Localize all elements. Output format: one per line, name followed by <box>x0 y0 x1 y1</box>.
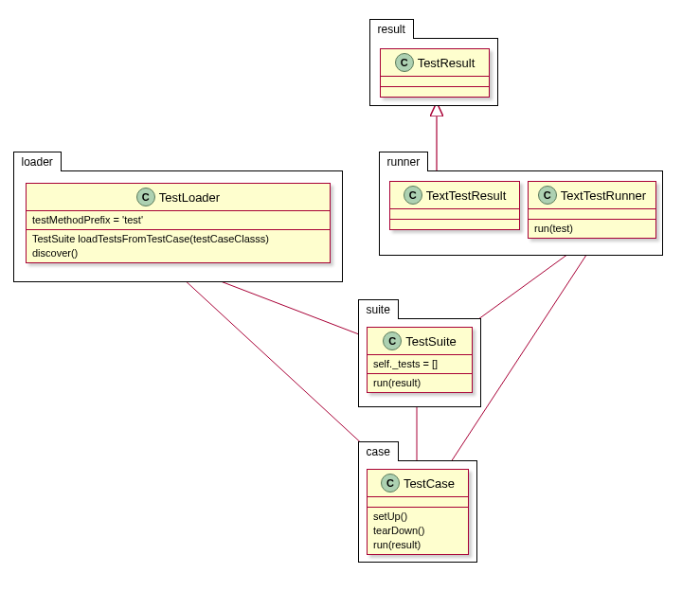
methods-TestLoader: TestSuite loadTestsFromTestCase(testCase… <box>27 230 330 262</box>
package-case: case C TestCase setUp() tearDown() run(r… <box>358 460 477 563</box>
method: run(result) <box>373 376 466 390</box>
class-icon: C <box>404 186 422 205</box>
class-name-TestLoader: TestLoader <box>159 190 220 205</box>
package-tab-suite: suite <box>358 299 399 319</box>
class-icon: C <box>383 331 402 350</box>
svg-line-1 <box>213 278 371 339</box>
package-tab-case: case <box>358 441 399 461</box>
method: run(result) <box>373 538 462 552</box>
package-runner: runner C TextTestResult C TextTestRunner… <box>379 170 663 256</box>
class-name-TestCase: TestCase <box>404 476 455 491</box>
class-icon: C <box>395 53 414 72</box>
methods-TestSuite: run(result) <box>368 374 472 392</box>
attr: testMethodPrefix = 'test' <box>32 213 324 227</box>
attrs-TestSuite: self._tests = [] <box>368 355 472 373</box>
method: setUp() <box>373 510 462 524</box>
class-TextTestRunner: C TextTestRunner run(test) <box>528 181 656 239</box>
attr: self._tests = [] <box>373 357 466 371</box>
package-loader: loader C TestLoader testMethodPrefix = '… <box>13 170 343 282</box>
class-icon: C <box>381 474 400 492</box>
class-TestSuite: C TestSuite self._tests = [] run(result) <box>367 327 473 393</box>
methods-TestCase: setUp() tearDown() run(result) <box>368 508 468 554</box>
class-icon: C <box>538 186 557 205</box>
class-TestResult: C TestResult <box>380 48 490 98</box>
package-suite: suite C TestSuite self._tests = [] run(r… <box>358 318 481 407</box>
svg-line-3 <box>464 246 579 330</box>
package-tab-loader: loader <box>13 152 62 171</box>
method: TestSuite loadTestsFromTestCase(testCase… <box>32 232 324 246</box>
class-icon: C <box>136 188 155 206</box>
class-name-TestSuite: TestSuite <box>405 334 456 349</box>
class-TestLoader: C TestLoader testMethodPrefix = 'test' T… <box>26 183 331 263</box>
class-name-TextTestResult: TextTestResult <box>426 188 507 203</box>
package-result: result C TestResult <box>369 38 498 106</box>
package-tab-runner: runner <box>379 152 429 171</box>
connectors-layer <box>0 0 700 591</box>
class-TextTestResult: C TextTestResult <box>389 181 520 230</box>
package-tab-result: result <box>369 19 414 39</box>
methods-TextTestRunner: run(test) <box>529 220 655 238</box>
attrs-TestLoader: testMethodPrefix = 'test' <box>27 211 330 229</box>
method: tearDown() <box>373 524 462 538</box>
method: discover() <box>32 246 324 260</box>
class-name-TestResult: TestResult <box>418 56 476 70</box>
class-TestCase: C TestCase setUp() tearDown() run(result… <box>367 469 469 555</box>
method: run(test) <box>534 222 650 236</box>
class-name-TextTestRunner: TextTestRunner <box>561 188 646 203</box>
